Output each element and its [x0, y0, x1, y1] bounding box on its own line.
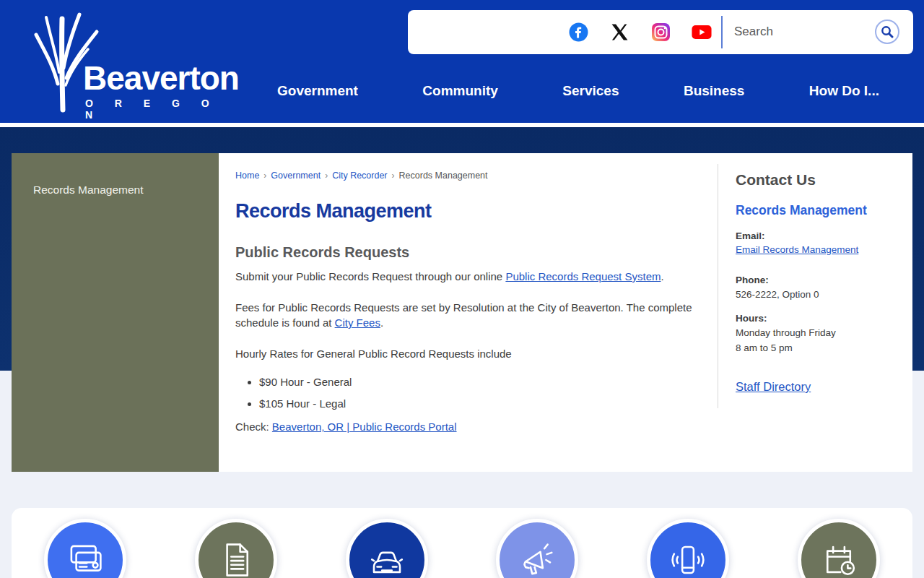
logo-state-name: O R E G O N — [85, 98, 239, 121]
breadcrumb-separator: › — [263, 171, 266, 181]
public-records-request-system-link[interactable]: Public Records Request System — [505, 270, 661, 282]
nav-item-government[interactable]: Government — [277, 83, 358, 99]
nav-item-how-do-i[interactable]: How Do I... — [809, 83, 879, 99]
breadcrumb-current-page: Records Management — [399, 171, 488, 181]
breadcrumb-separator: › — [392, 171, 395, 181]
breadcrumb-separator: › — [325, 171, 328, 181]
paragraph-text: . — [661, 270, 663, 282]
contact-us-heading: Contact Us — [736, 171, 905, 189]
breadcrumb-government[interactable]: Government — [271, 171, 321, 181]
payments-icon — [66, 540, 105, 578]
content-card: Home › Government › City Recorder › Reco… — [219, 153, 912, 472]
search-divider — [721, 16, 723, 48]
paragraph-text: . — [380, 316, 383, 329]
staff-directory-link[interactable]: Staff Directory — [736, 380, 811, 394]
nav-item-business[interactable]: Business — [684, 83, 744, 99]
list-item: $90 Hour - General — [259, 376, 697, 388]
email-records-management-link[interactable]: Email Records Management — [736, 244, 858, 255]
instagram-icon[interactable] — [650, 22, 671, 43]
facebook-icon[interactable] — [568, 22, 588, 43]
search-input[interactable] — [734, 21, 871, 43]
breadcrumb-home[interactable]: Home — [235, 171, 259, 181]
hourly-rates-list: $90 Hour - General $105 Hour - Legal — [259, 376, 697, 410]
breadcrumb-city-recorder[interactable]: City Recorder — [332, 171, 387, 181]
paragraph-text: Check: — [235, 420, 272, 433]
breadcrumb: Home › Government › City Recorder › Reco… — [235, 171, 697, 181]
phone-label: Phone: — [736, 275, 905, 285]
sidebar-item-records-management[interactable]: Records Management — [12, 153, 219, 197]
nav-item-community[interactable]: Community — [422, 83, 498, 99]
paragraph-hourly-rates: Hourly Rates for General Public Record R… — [235, 346, 697, 361]
contact-department-link[interactable]: Records Management — [736, 203, 905, 218]
list-item: $105 Hour - Legal — [259, 397, 697, 410]
mobile-alerts-icon — [668, 540, 707, 578]
public-records-portal-link[interactable]: Beaverton, OR | Public Records Portal — [272, 420, 457, 433]
left-sidebar: Records Management — [12, 153, 219, 472]
site-header: Beaverton O R E G O N — [0, 0, 924, 123]
search-submit-button[interactable] — [875, 20, 899, 44]
quicklink-payments[interactable] — [44, 519, 126, 578]
search-icon — [881, 25, 894, 38]
section-heading: Public Records Requests — [235, 244, 697, 261]
announcements-icon — [518, 540, 557, 578]
hours-label: Hours: — [736, 313, 905, 324]
logo-city-name: Beaverton — [83, 61, 239, 95]
page-title: Records Management — [235, 200, 697, 223]
quick-links-bar — [12, 508, 912, 578]
calendar-icon — [819, 540, 858, 578]
social-links — [568, 10, 712, 54]
hours-days: Monday through Friday — [736, 327, 905, 339]
hours-times: 8 am to 5 pm — [736, 342, 905, 354]
phone-value: 526-2222, Option 0 — [736, 288, 905, 301]
paragraph-submit-request: Submit your Public Records Request throu… — [235, 269, 697, 284]
quicklink-mobile-alerts[interactable] — [647, 519, 729, 578]
documents-icon — [217, 540, 256, 578]
main-content: Home › Government › City Recorder › Reco… — [219, 153, 718, 472]
paragraph-text: Fees for Public Records Requests are set… — [235, 301, 692, 329]
main-navigation: Government Community Services Business H… — [277, 83, 879, 99]
quicklink-calendar[interactable] — [798, 519, 880, 578]
vehicle-icon — [367, 540, 406, 578]
city-fees-link[interactable]: City Fees — [335, 316, 380, 329]
paragraph-check-portal: Check: Beaverton, OR | Public Records Po… — [235, 419, 697, 434]
logo-text: Beaverton O R E G O N — [83, 61, 239, 121]
x-icon[interactable] — [609, 22, 629, 43]
nav-item-services[interactable]: Services — [562, 83, 619, 99]
email-label: Email: — [736, 230, 905, 241]
contact-us-panel: Contact Us Records Management Email: Ema… — [718, 164, 912, 408]
quicklink-vehicle[interactable] — [346, 519, 428, 578]
paragraph-text: Submit your Public Records Request throu… — [235, 270, 505, 282]
paragraph-fees: Fees for Public Records Requests are set… — [235, 300, 697, 330]
youtube-icon[interactable] — [692, 22, 712, 43]
quicklink-announcements[interactable] — [496, 519, 578, 578]
search-bar — [408, 10, 913, 54]
beaverton-logo[interactable]: Beaverton O R E G O N — [22, 10, 238, 113]
quicklink-documents[interactable] — [195, 519, 277, 578]
